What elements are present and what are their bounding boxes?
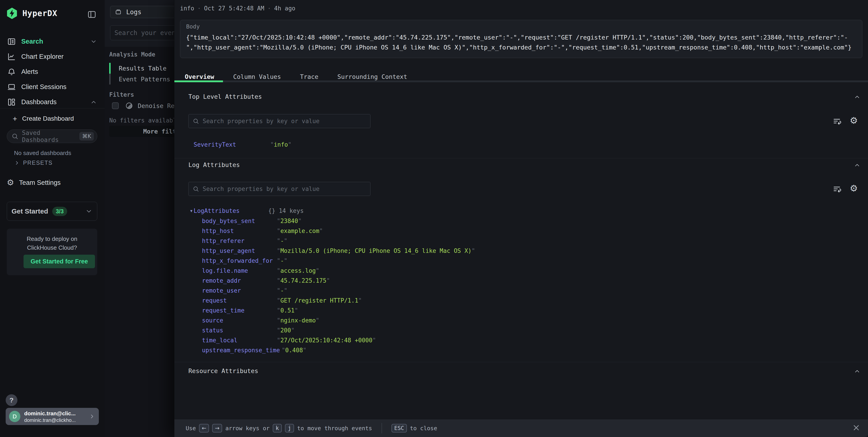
log-attributes-search-box[interactable] bbox=[188, 182, 370, 196]
attribute-value[interactable]: 45.74.225.175 bbox=[277, 276, 330, 285]
presets-toggle[interactable]: PRESETS bbox=[14, 160, 53, 166]
denoise-checkbox[interactable] bbox=[112, 102, 119, 109]
sidebar-item-alerts[interactable]: Alerts bbox=[0, 64, 105, 79]
attribute-value[interactable]: 27/Oct/2025:10:42:48 +0000 bbox=[277, 335, 376, 345]
user-menu[interactable]: D dominic.tran@clic... dominic.tran@clic… bbox=[6, 408, 99, 425]
filters-label: Filters bbox=[109, 91, 134, 98]
attribute-key[interactable]: time_local bbox=[202, 335, 277, 345]
attribute-key[interactable]: http_user_agent bbox=[202, 246, 277, 256]
left-arrow-keycap: ← bbox=[199, 424, 209, 433]
create-dashboard-label: Create Dashboard bbox=[22, 115, 74, 122]
sidebar-item-client-sessions[interactable]: Client Sessions bbox=[0, 79, 105, 95]
tab-trace[interactable]: Trace bbox=[300, 73, 318, 80]
tree-root-row[interactable]: ▾ LogAttributes {} 14 keys bbox=[188, 206, 475, 216]
attribute-key[interactable]: upstream_response_time bbox=[202, 345, 282, 355]
tab-surrounding-context[interactable]: Surrounding Context bbox=[337, 73, 407, 80]
attribute-key[interactable]: status bbox=[202, 325, 277, 335]
attribute-value[interactable]: GET /register HTTP/1.1 bbox=[277, 296, 362, 305]
attribute-value[interactable]: nginx-demo bbox=[277, 315, 319, 325]
event-age: 4h ago bbox=[274, 5, 296, 12]
attribute-key[interactable]: http_host bbox=[202, 226, 277, 236]
team-settings-button[interactable]: ⚙ Team Settings bbox=[7, 178, 61, 187]
attribute-key[interactable]: request bbox=[202, 296, 277, 305]
attribute-value[interactable]: Mozilla/5.0 (iPhone; CPU iPhone OS 14_6 … bbox=[277, 246, 475, 256]
mode-results-table[interactable]: Results Table bbox=[109, 63, 174, 74]
table-row: request_time0.51 bbox=[188, 305, 475, 315]
wrap-lines-icon[interactable] bbox=[833, 116, 841, 126]
presets-label: PRESETS bbox=[23, 160, 53, 166]
esc-keycap: ESC bbox=[392, 424, 407, 433]
denoise-results-row[interactable]: Denoise Resul bbox=[112, 102, 174, 110]
get-started-label: Get Started bbox=[11, 207, 48, 215]
attribute-key[interactable]: http_referer bbox=[202, 236, 277, 246]
attribute-key[interactable]: remote_user bbox=[202, 285, 277, 296]
app-title: HyperDX bbox=[22, 9, 57, 18]
collapse-sidebar-icon[interactable] bbox=[87, 10, 97, 19]
chevron-down-icon bbox=[90, 38, 97, 45]
logs-source-icon bbox=[115, 9, 122, 15]
attribute-value[interactable]: access.log bbox=[277, 266, 319, 276]
top-level-search-box[interactable] bbox=[188, 114, 370, 128]
attribute-value[interactable]: 0.408 bbox=[282, 345, 306, 355]
tab-column-values[interactable]: Column Values bbox=[233, 73, 281, 80]
help-button[interactable]: ? bbox=[6, 394, 18, 406]
more-filters-button[interactable]: More filte bbox=[109, 126, 174, 137]
log-attributes-search-input[interactable] bbox=[202, 185, 359, 193]
no-saved-dashboards-text: No saved dashboards bbox=[14, 149, 71, 157]
create-dashboard-button[interactable]: + Create Dashboard bbox=[13, 115, 74, 123]
attribute-value[interactable]: 200 bbox=[277, 325, 294, 335]
search-config-panel: Logs Analysis Mode Results Table Event P… bbox=[105, 0, 174, 437]
table-row: requestGET /register HTTP/1.1 bbox=[188, 296, 475, 305]
attribute-value[interactable]: 23840 bbox=[277, 216, 302, 226]
section-title-resource-attributes: Resource Attributes bbox=[188, 367, 258, 374]
sidebar-item-dashboards[interactable]: Dashboards bbox=[0, 95, 105, 110]
table-row: remote_user- bbox=[188, 285, 475, 296]
attribute-key[interactable]: request_time bbox=[202, 305, 277, 315]
logo[interactable]: HyperDX bbox=[6, 7, 57, 20]
detail-tabs: Overview Column Values Trace Surrounding… bbox=[174, 67, 868, 82]
attribute-key[interactable]: remote_addr bbox=[202, 276, 277, 285]
attribute-value[interactable]: - bbox=[277, 236, 287, 246]
close-icon[interactable] bbox=[852, 424, 861, 432]
severity-text: info bbox=[180, 5, 194, 12]
mode-event-patterns[interactable]: Event Patterns bbox=[109, 74, 174, 85]
collapse-section-icon[interactable] bbox=[854, 368, 861, 375]
collapse-section-icon[interactable] bbox=[854, 94, 861, 100]
collapse-section-icon[interactable] bbox=[854, 162, 861, 169]
hyperdx-logo-icon bbox=[6, 7, 18, 20]
j-keycap: j bbox=[285, 424, 294, 433]
gear-icon[interactable]: ⚙ bbox=[850, 115, 858, 126]
event-search-box[interactable] bbox=[110, 25, 174, 40]
top-level-search-input[interactable] bbox=[202, 117, 359, 125]
tree-root-key[interactable]: LogAttributes bbox=[194, 207, 268, 214]
attribute-value[interactable]: - bbox=[277, 256, 287, 266]
source-selector-button[interactable]: Logs bbox=[110, 6, 174, 18]
team-settings-label: Team Settings bbox=[19, 179, 61, 187]
tab-overview[interactable]: Overview bbox=[185, 73, 214, 80]
attribute-row: SeverityText info bbox=[194, 140, 291, 149]
sidebar-item-search[interactable]: Search bbox=[0, 34, 105, 49]
attribute-key[interactable]: http_x_forwarded_for bbox=[202, 256, 277, 266]
sidebar-item-chart-explorer[interactable]: Chart Explorer bbox=[0, 49, 105, 64]
attribute-key[interactable]: body_bytes_sent bbox=[202, 216, 277, 226]
user-email: dominic.tran@clickho... bbox=[24, 417, 76, 423]
event-search-input[interactable] bbox=[114, 29, 174, 37]
reader-icon bbox=[7, 37, 16, 46]
expander-triangle-icon[interactable]: ▾ bbox=[190, 208, 194, 213]
table-row: log.file.nameaccess.log bbox=[188, 266, 475, 276]
attribute-key[interactable]: log.file.name bbox=[202, 266, 277, 276]
attribute-value[interactable]: 0.51 bbox=[277, 305, 298, 315]
attribute-key[interactable]: SeverityText bbox=[194, 140, 270, 149]
saved-dashboards-search[interactable]: Saved Dashboards ⌘K bbox=[7, 130, 97, 143]
attribute-value[interactable]: example.com bbox=[277, 226, 323, 236]
get-started-free-button[interactable]: Get Started for Free bbox=[24, 255, 95, 268]
gear-icon[interactable]: ⚙ bbox=[850, 183, 858, 194]
attribute-value[interactable]: - bbox=[277, 285, 287, 296]
get-started-accordion[interactable]: Get Started 3/3 bbox=[7, 202, 97, 221]
attribute-key[interactable]: source bbox=[202, 315, 277, 325]
key-count: 14 keys bbox=[279, 207, 304, 214]
sidebar-item-label: Search bbox=[21, 38, 43, 45]
log-attributes-tree: ▾ LogAttributes {} 14 keys body_bytes_se… bbox=[188, 206, 475, 355]
wrap-lines-icon[interactable] bbox=[833, 184, 841, 194]
attribute-value[interactable]: info bbox=[270, 140, 291, 149]
